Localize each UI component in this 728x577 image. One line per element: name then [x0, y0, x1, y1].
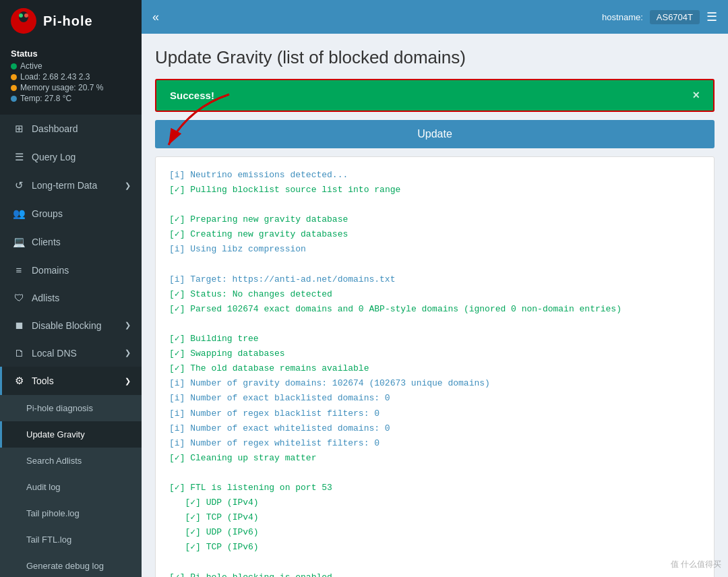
status-memory: Memory usage: 20.7 %	[11, 83, 131, 92]
sidebar-item-adlists[interactable]: 🛡 Adlists	[0, 284, 142, 311]
status-load: Load: 2.68 2.43 2.3	[11, 72, 131, 82]
sidebar-item-pi-hole-diagnosis[interactable]: Pi-hole diagnosis	[0, 395, 142, 421]
tools-icon: ⚙	[13, 375, 25, 387]
temp-dot	[11, 96, 17, 102]
sidebar-item-local-dns[interactable]: 🗋 Local DNS ❯	[0, 339, 142, 367]
app-title: Pi-hole	[43, 13, 93, 29]
sidebar-item-tail-pihole-log[interactable]: Tail pihole.log	[0, 500, 142, 526]
sidebar-item-update-gravity[interactable]: Update Gravity	[0, 421, 142, 448]
chevron-right-icon: ❯	[125, 348, 131, 357]
query-log-icon: ☰	[13, 151, 25, 163]
sidebar-item-label: Adlists	[32, 293, 59, 303]
sidebar-item-label: Tail pihole.log	[26, 508, 80, 518]
sidebar-item-label: Tools	[32, 375, 54, 386]
sidebar-item-label: Domains	[32, 265, 69, 276]
sidebar-item-search-adlists[interactable]: Search Adlists	[0, 448, 142, 474]
main-area: « hostname: AS6704T ☰ Update Gravity (li…	[142, 0, 728, 577]
adlists-icon: 🛡	[13, 292, 25, 303]
status-label: Status	[11, 49, 131, 59]
content-area: Update Gravity (list of blocked domains)…	[142, 34, 728, 577]
chevron-right-icon: ❯	[125, 181, 131, 190]
chevron-down-icon: ❯	[125, 377, 131, 386]
log-output: [i] Neutrino emissions detected... [✓] P…	[155, 156, 715, 577]
sidebar-item-label: Groups	[32, 208, 63, 219]
dashboard-icon: ⊞	[13, 123, 25, 135]
status-temp: Temp: 27.8 °C	[11, 94, 131, 103]
sidebar-item-label: Tail FTL.log	[26, 535, 71, 545]
sidebar-item-disable-blocking[interactable]: ⏹ Disable Blocking ❯	[0, 311, 142, 339]
local-dns-icon: 🗋	[13, 347, 25, 359]
success-alert: Success! ×	[155, 79, 715, 112]
load-dot	[11, 74, 17, 80]
memory-dot	[11, 85, 17, 91]
status-active: Active	[11, 61, 131, 71]
domains-icon: ≡	[13, 264, 25, 276]
topbar: « hostname: AS6704T ☰	[142, 0, 728, 34]
sidebar-header: Pi-hole	[0, 0, 142, 42]
sidebar-item-audit-log[interactable]: Audit log	[0, 474, 142, 500]
sidebar-status: Status Active Load: 2.68 2.43 2.3 Memory…	[0, 42, 142, 115]
menu-icon[interactable]: ☰	[706, 9, 717, 24]
sidebar-item-label: Pi-hole diagnosis	[26, 403, 93, 413]
hostname-label: hostname:	[602, 12, 643, 22]
update-button[interactable]: Update	[155, 120, 715, 148]
sidebar-item-label: Audit log	[26, 482, 61, 492]
sidebar-nav: ⊞ Dashboard ☰ Query Log ↺ Long-term Data…	[0, 115, 142, 577]
sidebar-item-domains[interactable]: ≡ Domains	[0, 256, 142, 284]
sidebar-item-label: Dashboard	[32, 123, 78, 134]
clients-icon: 💻	[13, 236, 25, 248]
sidebar-item-long-term-data[interactable]: ↺ Long-term Data ❯	[0, 171, 142, 200]
sidebar-item-label: Query Log	[32, 152, 75, 162]
sidebar-item-tools[interactable]: ⚙ Tools ❯	[0, 367, 142, 395]
alert-text: Success!	[170, 90, 214, 101]
alert-close-button[interactable]: ×	[692, 88, 700, 102]
sidebar: Pi-hole Status Active Load: 2.68 2.43 2.…	[0, 0, 142, 577]
sidebar-item-label: Local DNS	[32, 348, 77, 359]
pihole-logo	[11, 8, 36, 34]
chevron-right-icon: ❯	[125, 321, 131, 330]
sidebar-item-clients[interactable]: 💻 Clients	[0, 228, 142, 256]
topbar-right: hostname: AS6704T ☰	[602, 9, 717, 24]
long-term-icon: ↺	[13, 179, 25, 191]
sidebar-item-label: Long-term Data	[32, 180, 97, 191]
hostname-badge: AS6704T	[650, 10, 700, 24]
sidebar-item-generate-debug-log[interactable]: Generate debug log	[0, 553, 142, 577]
topbar-left: «	[152, 10, 159, 24]
page-title: Update Gravity (list of blocked domains)	[155, 47, 715, 68]
groups-icon: 👥	[13, 208, 25, 220]
sidebar-item-tail-ftl-log[interactable]: Tail FTL.log	[0, 526, 142, 553]
sidebar-item-label: Update Gravity	[26, 429, 85, 439]
sidebar-item-label: Search Adlists	[26, 456, 82, 466]
sidebar-item-label: Disable Blocking	[32, 320, 102, 331]
sidebar-item-query-log[interactable]: ☰ Query Log	[0, 143, 142, 171]
sidebar-toggle-button[interactable]: «	[152, 10, 159, 24]
sidebar-item-dashboard[interactable]: ⊞ Dashboard	[0, 115, 142, 143]
sidebar-item-label: Clients	[32, 237, 61, 247]
svg-point-2	[19, 13, 23, 18]
active-dot	[11, 63, 17, 69]
disable-blocking-icon: ⏹	[13, 320, 25, 331]
sidebar-item-label: Generate debug log	[26, 561, 104, 571]
svg-point-3	[24, 13, 28, 18]
sidebar-item-groups[interactable]: 👥 Groups	[0, 200, 142, 228]
